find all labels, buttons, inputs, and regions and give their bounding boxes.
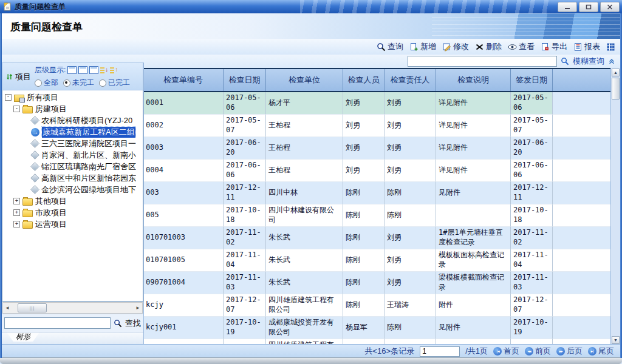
radio-全部[interactable]: 全部	[35, 78, 58, 88]
table-vertical-scrollbar[interactable]: ▲ ▼	[610, 68, 620, 345]
table-cell: 2017-06-20	[224, 137, 266, 160]
tree-horizontal-scrollbar[interactable]: ◄ ||| ►	[2, 302, 143, 314]
radio-button-icon[interactable]	[35, 79, 42, 87]
tree-item[interactable]: 金沙滨河公园绿地项目地下	[2, 184, 143, 195]
first-page-button[interactable]: |◀ 首页	[493, 346, 519, 357]
table-row[interactable]: kcjy0012017-10-19成都康城投资开发有限公司杨显军陈刚见附件201…	[143, 317, 610, 339]
scroll-up-arrow-icon[interactable]: ▲	[612, 69, 620, 76]
minimize-button[interactable]	[558, 2, 577, 12]
next-page-button[interactable]: ▶▶ 后页	[556, 346, 583, 357]
sort-asc-icon[interactable]	[110, 67, 118, 74]
collapse-icon[interactable]: -	[5, 94, 12, 101]
maximize-button[interactable]	[579, 2, 598, 12]
radio-已完工[interactable]: 已完工	[99, 78, 130, 88]
table-cell-filler	[553, 92, 610, 115]
table-cell: 2017-11-02	[511, 227, 553, 249]
collapse-icon[interactable]: -	[13, 106, 20, 112]
refresh-icon[interactable]	[5, 73, 13, 81]
sort-desc-icon[interactable]	[100, 67, 108, 74]
tree-item[interactable]: -房建项目	[2, 103, 143, 115]
export-button[interactable]: 导出	[541, 41, 567, 52]
grid-view-button[interactable]	[606, 42, 615, 52]
tree-item[interactable]: →康城嘉苑新居工程A区二组	[2, 126, 143, 138]
table-row[interactable]: 0052017-10-18四川中林建设有限公司陈刚陈刚2017-10-18	[143, 204, 610, 227]
tree-item[interactable]: 锦江区琉璃路南光厂宿舍区	[2, 161, 143, 172]
tree-item-label: 所有项目	[27, 92, 58, 103]
tree-item-label: 市政项目	[35, 207, 67, 218]
project-tree: -所有项目-房建项目农科院科研楼项目(YZJ-20→康城嘉苑新居工程A区二组三六…	[2, 90, 143, 302]
query-button[interactable]: 查询	[377, 41, 403, 52]
display-mode-icon-2[interactable]	[78, 66, 87, 74]
table-row[interactable]: 00012017-05-06杨才平刘勇刘勇详见附件2017-05-06	[143, 92, 610, 115]
expand-icon[interactable]: +	[13, 198, 20, 204]
view-button[interactable]: 查看	[508, 41, 535, 52]
table-cell-filler	[553, 115, 610, 137]
tree-item[interactable]: 肖家河、新北片区、新南小	[2, 149, 143, 161]
tab-tree-view[interactable]: 树形	[7, 332, 39, 342]
column-header[interactable]: 检查单位	[266, 69, 343, 91]
table-row[interactable]: 0107010052017-11-04朱长武陈刚刘勇模板板面标高检查记录2017…	[143, 249, 610, 272]
folder-icon	[22, 210, 33, 217]
diamond-icon	[30, 116, 39, 125]
next-page-icon: ▶▶	[556, 347, 565, 356]
search-icon	[561, 57, 569, 66]
modify-button[interactable]: 修改	[442, 41, 469, 52]
fuzzy-query-button[interactable]: 模糊查询	[573, 56, 604, 67]
page-number-input[interactable]	[420, 346, 460, 357]
radio-未完工[interactable]: 未完工	[63, 78, 94, 88]
prev-page-button[interactable]: ◀◀ 前页	[525, 346, 551, 357]
display-mode-icon-3[interactable]	[89, 66, 98, 74]
quick-search-input[interactable]	[408, 56, 557, 67]
column-header[interactable]: 检查人员	[343, 69, 384, 91]
search-icon	[114, 319, 122, 328]
expand-icon[interactable]: +	[13, 221, 20, 228]
scroll-left-arrow-icon[interactable]: ◄	[5, 305, 10, 311]
table-cell: 四川雄盾建筑工程有限公司	[266, 294, 343, 317]
table-cell: 1#层1单元墙柱垂直度检查记录	[436, 227, 511, 249]
table-row[interactable]: 00022017-05-07王柏程刘勇刘勇详见附件2017-05-07	[143, 115, 610, 137]
scroll-right-arrow-icon[interactable]: ►	[135, 305, 140, 311]
tree-item[interactable]: 三六三医院犀浦院区项目一	[2, 138, 143, 149]
table-cell-filler	[553, 137, 610, 160]
tree-item[interactable]: +其他项目	[2, 195, 143, 207]
tree-item[interactable]: 高新区中和片区新怡花园东	[2, 172, 143, 184]
tree-item[interactable]: +运营项目	[2, 218, 143, 230]
diamond-icon	[30, 162, 39, 171]
tree-item-label: 三六三医院犀浦院区项目一	[41, 138, 136, 149]
table-cell: 王柏程	[266, 160, 343, 182]
column-header[interactable]: 签发日期	[511, 69, 553, 91]
expand-icon[interactable]: +	[13, 209, 20, 216]
report-button[interactable]: 报表	[573, 41, 600, 52]
last-page-button[interactable]: ▶| 尾页	[588, 346, 614, 357]
radio-button-icon[interactable]	[99, 79, 106, 87]
table-row[interactable]: kcjy2017-12-07四川雄盾建筑工程有限公司陈刚王瑞涛附件2017-12…	[143, 294, 610, 317]
find-button[interactable]: 查找	[125, 318, 141, 329]
scroll-down-arrow-icon[interactable]: ▼	[612, 336, 620, 344]
table-row[interactable]: 00042017-06-06王柏程刘勇刘勇详见附件2017-06-06	[143, 160, 610, 182]
table-row[interactable]: 00032017-06-20王柏程刘勇刘勇详见附件2017-06-20	[143, 137, 610, 160]
table-cell: 王柏程	[266, 115, 343, 137]
close-button[interactable]	[600, 2, 620, 12]
display-mode-icon-1[interactable]	[67, 66, 77, 74]
delete-button[interactable]: 删除	[475, 41, 502, 52]
column-header[interactable]: 检查责任人	[384, 69, 436, 91]
tree-item[interactable]: +市政项目	[2, 207, 143, 218]
tree-item[interactable]: -所有项目	[2, 92, 143, 103]
table-row[interactable]: 0107010032017-11-02朱长武陈刚刘勇1#层1单元墙柱垂直度检查记…	[143, 227, 610, 249]
column-header[interactable]: 检查说明	[436, 69, 511, 91]
tree-find-input[interactable]	[4, 317, 111, 329]
scrollbar-thumb[interactable]: |||	[18, 303, 47, 312]
tree-item[interactable]: 农科院科研楼项目(YZJ-20	[2, 115, 143, 126]
table-row[interactable]: 0907010042017-11-03朱长武陈刚刘勇梁模板横截面检查记录2017…	[143, 272, 610, 294]
collapse-chevron-icon[interactable]	[608, 58, 615, 65]
scrollbar-thumb[interactable]	[612, 78, 620, 99]
column-header[interactable]: 检查日期	[224, 69, 266, 91]
add-button[interactable]: 新增	[409, 41, 436, 52]
last-page-icon: ▶|	[588, 347, 596, 356]
table-cell: kcjy001	[143, 317, 224, 339]
table-cell: 2017-11-02	[224, 227, 266, 249]
table-row[interactable]: 0032017-12-11四川中林陈刚陈刚见附件2017-12-11	[143, 182, 610, 204]
radio-button-icon[interactable]	[63, 79, 70, 87]
column-header[interactable]: 检查单编号	[143, 69, 224, 91]
table-cell-filler	[553, 160, 610, 182]
